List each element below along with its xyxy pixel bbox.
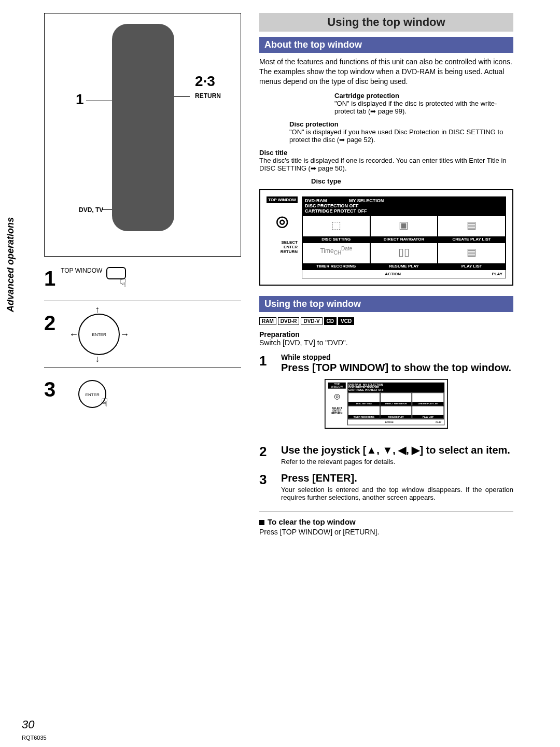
hdr-disc-prot: DISC PROTECTION OFF — [305, 203, 359, 208]
up-arrow-icon: ↑ — [95, 304, 100, 315]
left-step-1-label: TOP WINDOW — [61, 267, 102, 274]
badge-dvd-v: DVD-V — [301, 317, 322, 325]
enter-label: ENTER — [79, 332, 119, 337]
mini-window-diagram: TOP WINDOW ◎ SELECT ENTER RETURN DVD-RAM… — [325, 379, 448, 429]
cell-create-play-list: ▤CREATE PLAY LIST — [438, 216, 506, 243]
right-arrow-icon: → — [120, 329, 129, 340]
top-window-badge: TOP WINDOW — [267, 196, 298, 203]
main-step-1: 1 While stopped Press [TOP WINDOW] to sh… — [259, 353, 513, 438]
callout-2-3: 2·3 — [195, 73, 215, 90]
enter-label-3: ENTER — [79, 392, 105, 397]
select-label: SELECT — [267, 240, 298, 245]
clear-text: Press [TOP WINDOW] or [RETURN]. — [259, 527, 513, 537]
hdr-cart-prot: CARTRIDGE PROTECT OFF — [305, 208, 367, 214]
square-bullet-icon — [259, 520, 264, 525]
page-number: 30 — [22, 718, 34, 731]
section-using: Using the top window — [259, 296, 513, 312]
badge-dvd-r: DVD-R — [278, 317, 300, 325]
left-step-1: 1 TOP WINDOW ☟ — [44, 267, 241, 301]
anno-disc-protection: Disc protection "ON" is displayed if you… — [289, 120, 513, 144]
remote-image — [112, 24, 174, 231]
footer-cell-play: PLAY — [404, 270, 506, 278]
main-step-3: 3 Press [ENTER]. Your selection is enter… — [259, 472, 513, 501]
cell-disc-setting: ⬚DISC SETTING — [302, 216, 370, 243]
preparation: Preparation Switch [DVD, TV] to "DVD". — [259, 330, 513, 347]
badge-ram: RAM — [259, 317, 276, 325]
enter-nav-label: ENTER — [267, 245, 298, 249]
callout-return: RETURN — [195, 92, 221, 100]
joystick-icon: ↑ ↓ ← → ENTER — [78, 314, 120, 355]
media-badges: RAM DVD-R DVD-V CD VCD — [259, 317, 513, 325]
cell-direct-navigator: ▣DIRECT NAVIGATOR — [370, 216, 438, 243]
hand-press-icon: ☟ — [120, 277, 127, 290]
clear-section: To clear the top window Press [TOP WINDO… — [259, 512, 513, 537]
left-arrow-icon: ← — [69, 329, 78, 340]
anno-cartridge-protection: Cartridge protection "ON" is displayed i… — [334, 92, 513, 115]
enter-button-icon: ENTER — [78, 380, 106, 408]
cell-resume-play: ▯▯RESUME PLAY — [370, 243, 438, 270]
cell-timer-recording: TimeCHDateTIMER RECORDING — [302, 243, 370, 270]
footer-cell-action: ACTION — [302, 270, 404, 278]
hdr-myselection: MY SELECTION — [349, 198, 384, 203]
badge-cd: CD — [324, 317, 337, 325]
left-step-3: 3 ENTER ☟ — [44, 378, 241, 420]
anno-disc-type: Disc type — [311, 177, 513, 185]
doc-id: RQT6035 — [22, 735, 47, 741]
page-title: Using the top window — [259, 13, 513, 32]
cell-play-list: ▤PLAY LIST — [438, 243, 506, 270]
return-nav-label: RETURN — [271, 249, 298, 254]
left-step-2-num: 2 — [44, 312, 55, 334]
top-window-diagram: TOP WINDOW ◎ SELECT ENTER RETURN DVD-RAM… — [259, 189, 513, 286]
hdr-dvd-ram: DVD-RAM — [305, 198, 327, 203]
left-step-3-num: 3 — [44, 378, 55, 401]
anno-disc-title: Disc title The disc's title is displayed… — [259, 149, 513, 172]
left-step-1-num: 1 — [44, 267, 55, 290]
remote-illustration: 1 2·3 RETURN DVD, TV — [44, 13, 241, 257]
callout-1: 1 — [76, 91, 84, 108]
badge-vcd: VCD — [338, 317, 354, 325]
down-arrow-icon: ↓ — [95, 354, 100, 364]
callout-dvd-tv: DVD, TV — [79, 206, 103, 214]
side-tab: Advanced operations — [5, 217, 16, 312]
left-step-2: 2 ↑ ↓ ← → ENTER — [44, 312, 241, 368]
disc-icon: ◎ — [267, 213, 298, 230]
section-about: About the top window — [259, 37, 513, 53]
intro-text: Most of the features and functions of th… — [259, 57, 513, 87]
main-step-2: 2 Use the joystick [▲, ▼, ◀, ▶] to selec… — [259, 444, 513, 466]
